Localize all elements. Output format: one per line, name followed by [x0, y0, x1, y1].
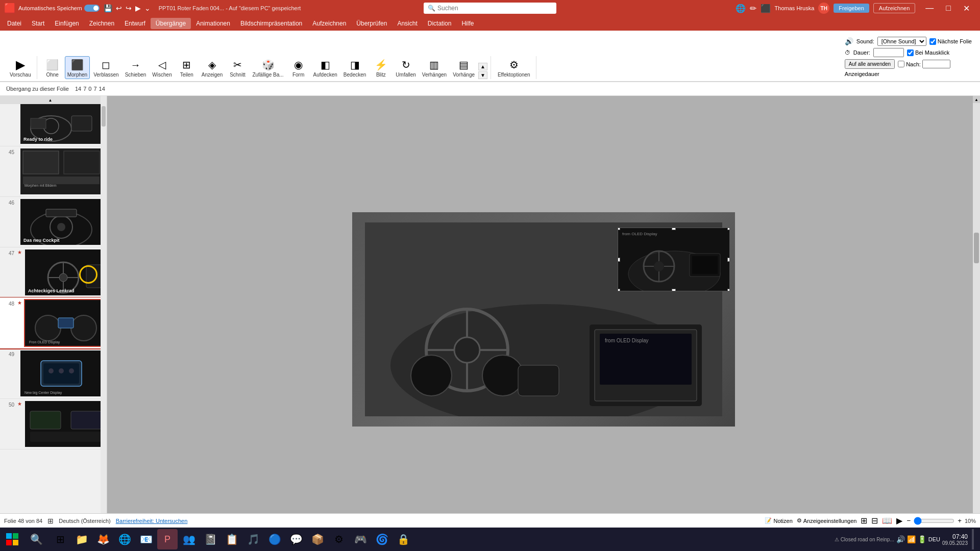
save-button[interactable]: 💾 [103, 4, 113, 12]
taskbar-explorer[interactable]: 📁 [71, 529, 92, 549]
menu-animationen[interactable]: Animationen [191, 18, 235, 29]
menu-aufzeichnen[interactable]: Aufzeichnen [307, 18, 351, 29]
btn-form[interactable]: ◉ Form [287, 56, 310, 79]
effekt-button[interactable]: ⚙ Effektoptionen [495, 56, 533, 79]
vorschau-button[interactable]: ▶ Vorschau [7, 56, 34, 79]
slide-item-48[interactable]: 48 ★ Fron OLED Display [0, 298, 107, 348]
menu-entwurf[interactable]: Entwurf [119, 18, 151, 29]
slide-item-50[interactable]: 50 ★ [0, 399, 107, 449]
next-slide-checkbox[interactable] [929, 38, 936, 45]
taskbar-chrome[interactable]: 🌐 [114, 529, 135, 549]
slide-item-46[interactable]: 46 Das neu Cockpit [0, 197, 107, 247]
taskbar-app-2[interactable]: 📋 [222, 529, 242, 549]
menu-hilfe[interactable]: Hilfe [456, 18, 479, 29]
handle-tr[interactable] [727, 228, 730, 230]
taskbar-onenote[interactable]: 📓 [200, 529, 220, 549]
menu-einfuegen[interactable]: Einfügen [50, 18, 84, 29]
handle-bl[interactable] [618, 289, 620, 291]
show-desktop-button[interactable] [972, 529, 974, 549]
autosave-toggle[interactable]: Automatisches Speichern [18, 5, 100, 12]
handle-tm[interactable] [672, 228, 676, 230]
record-button[interactable]: Aufzeichnen [873, 3, 916, 13]
taskbar-app-10[interactable]: 🔒 [393, 529, 413, 549]
menu-datei[interactable]: Datei [2, 18, 27, 29]
share-button[interactable]: Freigeben [834, 4, 869, 13]
view-normal-button[interactable]: ⊞ [861, 516, 867, 525]
menu-zeichnen[interactable]: Zeichnen [84, 18, 119, 29]
start-button[interactable] [2, 529, 22, 549]
btn-bedecken[interactable]: ◨ Bedecken [341, 56, 369, 79]
taskbar-taskview[interactable]: ⊞ [50, 529, 70, 549]
present-button[interactable]: ▶ [134, 4, 142, 12]
slide-item-45[interactable]: 45 Morphen mit Bildern [0, 146, 107, 197]
btn-anzeigen[interactable]: ◈ Anzeigen [199, 56, 226, 79]
more-button[interactable]: ⌄ [143, 4, 152, 12]
view-sorter-button[interactable]: ⊟ [871, 516, 878, 525]
search-bar[interactable]: 🔍 [424, 3, 556, 14]
menu-start[interactable]: Start [27, 18, 50, 29]
menu-ansicht[interactable]: Ansicht [392, 18, 422, 29]
menu-dictation[interactable]: Dictation [423, 18, 457, 29]
menu-uebergaenge[interactable]: Übergänge [151, 18, 191, 29]
taskbar-search[interactable]: 🔍 [23, 529, 49, 549]
slide-canvas[interactable]: from OLED Display from OLED Display [352, 212, 735, 427]
after-checkbox[interactable] [898, 61, 904, 67]
canvas-vthumb[interactable] [974, 233, 979, 263]
taskbar-teams[interactable]: 👥 [179, 529, 199, 549]
canvas-vscrollbar[interactable]: ▲ ▼ [973, 96, 980, 543]
canvas-scroll-top[interactable]: ▲ [973, 96, 980, 103]
minimize-button[interactable]: — [919, 0, 940, 16]
btn-blitz[interactable]: ⚡ Blitz [370, 56, 392, 79]
display-settings-button[interactable]: ⚙ Anzeigeeinstellungen [797, 517, 857, 524]
taskbar-app-4[interactable]: 🔵 [264, 529, 285, 549]
apply-all-button[interactable]: Auf alle anwenden [845, 59, 895, 69]
network-icon[interactable]: 📶 [907, 535, 916, 543]
handle-tl[interactable] [618, 228, 620, 230]
after-input[interactable]: 00:00,00 [922, 60, 950, 68]
autosave-pill[interactable] [84, 5, 100, 12]
btn-aufdecken[interactable]: ◧ Aufdecken [311, 56, 340, 79]
taskbar-powerpoint[interactable]: P [157, 529, 178, 549]
keyboard-lang[interactable]: DEU [928, 536, 940, 542]
taskbar-firefox[interactable]: 🦊 [93, 529, 113, 549]
search-input[interactable] [437, 5, 552, 12]
car-image-float[interactable]: from OLED Display [618, 228, 730, 291]
speaker-icon[interactable]: 🔊 [896, 535, 905, 543]
taskbar-app-9[interactable]: 🌀 [372, 529, 392, 549]
btn-verblassen[interactable]: ◻ Verblassen [91, 56, 121, 79]
taskbar-app-6[interactable]: 📦 [307, 529, 328, 549]
close-button[interactable]: ✕ [957, 0, 976, 16]
handle-br[interactable] [727, 289, 730, 291]
clock[interactable]: 07:40 09.05.2023 [942, 533, 968, 546]
btn-umfallen[interactable]: ↻ Umfallen [393, 56, 418, 79]
panel-scroll-up[interactable]: ▲ [0, 96, 101, 104]
taskbar-outlook[interactable]: 📧 [136, 529, 156, 549]
btn-zufaellig[interactable]: 🎲 Zufällige Ba... [250, 56, 286, 79]
zoom-in-button[interactable]: + [958, 517, 962, 524]
maximize-button[interactable]: □ [940, 0, 957, 16]
taskbar-app-5[interactable]: 💬 [286, 529, 306, 549]
slide-item-47[interactable]: 47 ★ Achteckiges Lenkrad [0, 247, 107, 298]
taskbar-app-8[interactable]: 🎮 [350, 529, 371, 549]
btn-teilen[interactable]: ⊞ Teilen [176, 56, 198, 79]
zoom-out-button[interactable]: − [906, 517, 911, 524]
menu-bildschirm[interactable]: Bildschirmpräsentation [235, 18, 307, 29]
duration-input[interactable]: 02,00 [873, 48, 904, 57]
panel-scrollbar[interactable] [101, 96, 107, 543]
ribbon-scroll-up[interactable]: ▲ [478, 63, 487, 70]
btn-morphen[interactable]: ⬛ Morphen [65, 56, 90, 79]
redo-button[interactable]: ↪ [125, 4, 133, 12]
btn-schieben[interactable]: → Schieben [122, 56, 149, 79]
btn-schnitt[interactable]: ✂ Schnitt [226, 56, 249, 79]
slide-item-49[interactable]: 49 New big Center Display [0, 348, 107, 399]
handle-mr[interactable] [727, 258, 730, 262]
btn-verhaengen[interactable]: ▥ Verhängen [420, 56, 449, 79]
btn-wischen[interactable]: ◁ Wischen [150, 56, 174, 79]
view-reading-button[interactable]: 📖 [882, 516, 892, 525]
view-slideshow-button[interactable]: ▶ [896, 516, 902, 525]
btn-vorhaenge[interactable]: ▤ Vorhänge [450, 56, 477, 79]
taskbar-app-3[interactable]: 🎵 [243, 529, 263, 549]
on-click-checkbox[interactable] [907, 49, 914, 56]
taskbar-app-7[interactable]: ⚙ [329, 529, 349, 549]
notes-button[interactable]: 📝 Notizen [765, 517, 792, 524]
